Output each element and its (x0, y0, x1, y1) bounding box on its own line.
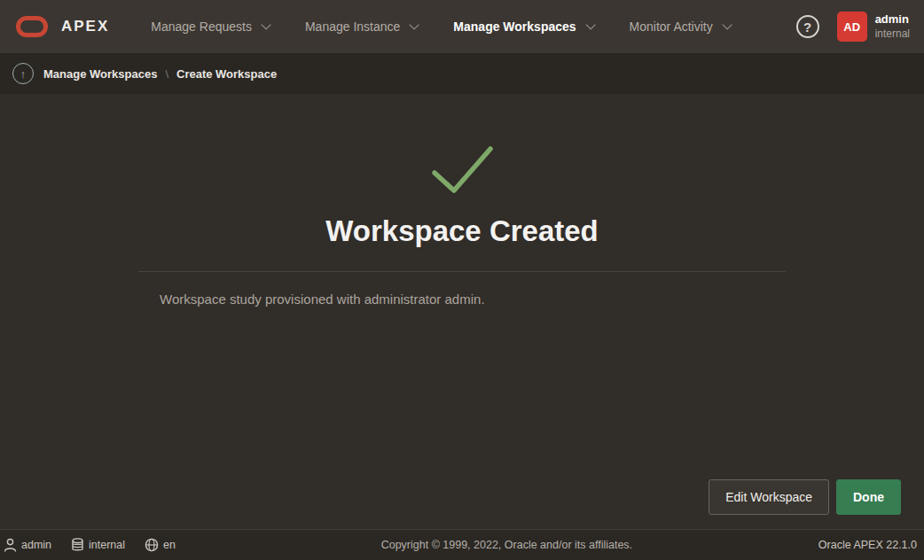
nav-label: Manage Workspaces (453, 19, 576, 34)
footer-instance: internal (71, 538, 125, 552)
success-message: Workspace study provisioned with adminis… (138, 292, 485, 307)
nav-label: Manage Requests (151, 19, 252, 34)
main-content: Workspace Created Workspace study provis… (0, 94, 924, 529)
footer: admin internal en Copyright © 1999, 2022… (0, 529, 924, 560)
button-bar: Edit Workspace Done (0, 479, 924, 529)
avatar[interactable]: AD (837, 12, 867, 42)
brand-name: APEX (61, 18, 109, 35)
top-navbar: APEX Manage Requests Manage Instance Man… (0, 0, 924, 53)
divider (138, 271, 786, 272)
breadcrumb-current: Create Workspace (176, 67, 277, 81)
oracle-logo-icon (16, 16, 48, 37)
nav-label: Manage Instance (305, 19, 400, 34)
database-icon (71, 538, 84, 552)
chevron-down-icon (585, 19, 595, 29)
copyright: Copyright © 1999, 2022, Oracle and/or it… (195, 539, 818, 551)
up-arrow-icon[interactable]: ↑ (12, 63, 34, 84)
edit-workspace-button[interactable]: Edit Workspace (709, 479, 829, 515)
apex-brand[interactable]: APEX (16, 16, 109, 37)
footer-user: admin (4, 538, 51, 552)
user-instance: internal (875, 27, 910, 41)
done-button[interactable]: Done (836, 479, 901, 515)
footer-language-label: en (163, 539, 176, 551)
nav-manage-requests[interactable]: Manage Requests (132, 0, 286, 53)
globe-icon (145, 538, 159, 552)
apex-version: Oracle APEX 22.1.0 (818, 539, 917, 551)
breadcrumb-parent[interactable]: Manage Workspaces (43, 67, 157, 81)
footer-user-label: admin (21, 539, 51, 551)
person-icon (4, 538, 17, 552)
footer-language: en (145, 538, 176, 552)
breadcrumb-separator: \ (165, 67, 168, 81)
success-check-icon (429, 145, 495, 195)
nav-manage-workspaces[interactable]: Manage Workspaces (435, 0, 610, 53)
chevron-down-icon (410, 19, 419, 29)
nav-monitor-activity[interactable]: Monitor Activity (611, 0, 748, 53)
chevron-down-icon (722, 19, 732, 29)
user-menu[interactable]: admin internal (875, 12, 910, 40)
user-name: admin (875, 12, 910, 27)
help-icon[interactable]: ? (796, 15, 819, 38)
chevron-down-icon (261, 19, 270, 29)
page-title: Workspace Created (325, 214, 599, 248)
nav-label: Monitor Activity (630, 19, 713, 34)
breadcrumb: ↑ Manage Workspaces \ Create Workspace (0, 53, 924, 94)
nav-manage-instance[interactable]: Manage Instance (286, 0, 435, 53)
success-region: Workspace Created Workspace study provis… (138, 94, 786, 307)
footer-instance-label: internal (89, 539, 125, 551)
